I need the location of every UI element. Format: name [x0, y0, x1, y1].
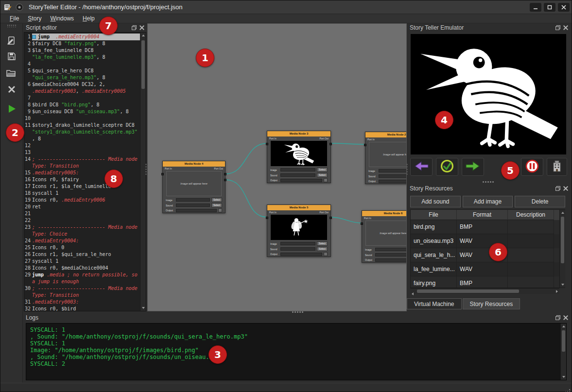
output-port[interactable] — [224, 179, 226, 181]
output-port[interactable] — [329, 143, 332, 145]
menu-item-help[interactable]: Help — [78, 14, 99, 23]
logs-titlebar[interactable]: Logs — [24, 313, 570, 322]
close-icon[interactable] — [563, 315, 568, 320]
confirm-button[interactable] — [436, 158, 458, 176]
undock-icon[interactable] — [555, 25, 560, 30]
close-icon[interactable] — [563, 186, 568, 191]
node-sound-select-button[interactable]: Select — [211, 203, 222, 207]
scroll-down-icon[interactable] — [142, 307, 145, 309]
table-row[interactable]: qui_sera_le_h...WAV — [411, 248, 565, 262]
menu-item-windows[interactable]: Windows — [46, 14, 78, 23]
media-node[interactable]: Media Node 3Port InPort OutImageSelectSo… — [267, 131, 331, 183]
resources-hscrollbar[interactable] — [410, 288, 559, 294]
undock-icon[interactable] — [132, 25, 137, 30]
pause-button[interactable] — [521, 158, 543, 176]
delete-button[interactable]: Delete — [515, 196, 565, 207]
node-output-field[interactable] — [280, 179, 322, 182]
scroll-left-icon[interactable] — [412, 292, 414, 295]
node-image-field[interactable] — [280, 168, 315, 171]
table-row[interactable]: un_oiseau.mp3WAV — [411, 234, 565, 248]
home-button[interactable] — [547, 158, 567, 176]
node-sound-select-button[interactable]: Select — [317, 173, 328, 177]
node-output-field[interactable] — [379, 180, 407, 183]
media-node[interactable]: Media Node 2Port InPort OutImage will ap… — [365, 132, 407, 184]
close-icon[interactable] — [139, 25, 144, 30]
splitter-handle[interactable] — [292, 311, 294, 313]
menu-item-story[interactable]: Story — [23, 14, 46, 23]
minimize-button[interactable] — [530, 3, 541, 12]
node-image-field[interactable] — [375, 248, 407, 251]
scroll-up-icon[interactable] — [142, 34, 145, 36]
undock-icon[interactable] — [555, 315, 560, 320]
resources-vscrollbar[interactable] — [559, 210, 565, 288]
node-image-field[interactable] — [176, 198, 210, 202]
node-sound-field[interactable] — [280, 173, 315, 177]
splitter-handle[interactable] — [145, 164, 147, 165]
node-output-field[interactable] — [375, 258, 407, 262]
output-port[interactable] — [329, 217, 332, 219]
node-output-field[interactable] — [280, 253, 322, 256]
table-row[interactable]: bird.pngBMP — [411, 220, 565, 234]
node-image-select-button[interactable]: Select — [317, 168, 328, 172]
node-sound-field[interactable] — [379, 174, 407, 178]
script-editor-titlebar[interactable]: Script editor — [24, 23, 146, 32]
undock-icon[interactable] — [555, 186, 560, 191]
table-row[interactable]: la_fee_lumine...WAV — [411, 262, 565, 276]
column-header-description[interactable]: Description — [508, 210, 554, 220]
menu-item-file[interactable]: File — [5, 14, 23, 23]
scrollbar-thumb[interactable] — [561, 217, 564, 263]
node-sound-field[interactable] — [375, 253, 407, 256]
input-port[interactable] — [161, 173, 164, 175]
output-port[interactable] — [224, 173, 226, 175]
scroll-down-icon[interactable] — [562, 376, 565, 378]
scroll-up-icon[interactable] — [561, 212, 564, 214]
input-port[interactable] — [266, 143, 268, 145]
forward-button[interactable] — [462, 158, 484, 176]
input-port[interactable] — [361, 222, 363, 225]
node-image-field[interactable] — [280, 242, 315, 245]
dock-tab-story-resources[interactable]: Story Resources — [463, 298, 520, 309]
dock-tab-virtual-machine[interactable]: Virtual Machine — [407, 298, 462, 309]
title-bar[interactable]: StoryTeller Editor - /home/anthony/ostpr… — [0, 0, 572, 14]
node-output-button[interactable] — [324, 252, 328, 256]
node-sound-select-button[interactable]: Select — [317, 247, 328, 251]
splitter-handle[interactable] — [406, 164, 408, 165]
open-project-button[interactable] — [3, 66, 20, 80]
scrollbar-thumb[interactable] — [417, 290, 519, 293]
close-icon[interactable] — [563, 25, 568, 30]
script-editor[interactable]: 1jump .mediaEntry00042$fairy DC8 "fairy.… — [24, 32, 146, 311]
scroll-right-icon[interactable] — [556, 290, 558, 293]
node-sound-field[interactable] — [176, 204, 210, 207]
run-story-button[interactable] — [3, 102, 20, 116]
toolbar-grip[interactable] — [7, 25, 16, 27]
node-image-select-button[interactable]: Select — [317, 241, 328, 246]
script-scrollbar[interactable] — [140, 33, 146, 311]
logs-scrollbar[interactable] — [560, 324, 566, 380]
input-port[interactable] — [364, 144, 366, 146]
table-row[interactable]: fairy.pngBMP — [411, 276, 565, 288]
scroll-down-icon[interactable] — [561, 284, 564, 286]
scroll-up-icon[interactable] — [562, 325, 565, 327]
logs-console[interactable]: SYSCALL: 1, Sound: "/home/anthony/ostpro… — [26, 323, 567, 380]
node-output-button[interactable] — [324, 178, 328, 182]
resources-titlebar[interactable]: Story Resources — [408, 184, 570, 193]
maximize-button[interactable] — [544, 3, 555, 12]
script-code-lines[interactable]: 1jump .mediaEntry00042$fairy DC8 "fairy.… — [24, 33, 140, 311]
add-sound-button[interactable]: Add sound — [410, 196, 461, 207]
close-project-button[interactable] — [3, 83, 20, 96]
node-image-select-button[interactable]: Select — [211, 198, 222, 202]
save-button[interactable] — [3, 50, 20, 63]
node-output-field[interactable] — [176, 209, 217, 212]
splitter-handle[interactable] — [483, 181, 484, 183]
new-script-button[interactable] — [3, 34, 20, 48]
resources-table[interactable]: FileFormatDescription bird.pngBMPun_oise… — [410, 209, 565, 288]
node-image-field[interactable] — [379, 169, 407, 172]
column-header-file[interactable]: File — [411, 210, 457, 220]
node-output-button[interactable] — [218, 208, 222, 212]
resize-grip[interactable] — [569, 389, 570, 390]
input-port[interactable] — [266, 217, 268, 219]
column-header-format[interactable]: Format — [457, 210, 508, 220]
add-image-button[interactable]: Add image — [463, 196, 513, 207]
close-button[interactable] — [558, 3, 570, 12]
scrollbar-thumb[interactable] — [141, 40, 145, 89]
